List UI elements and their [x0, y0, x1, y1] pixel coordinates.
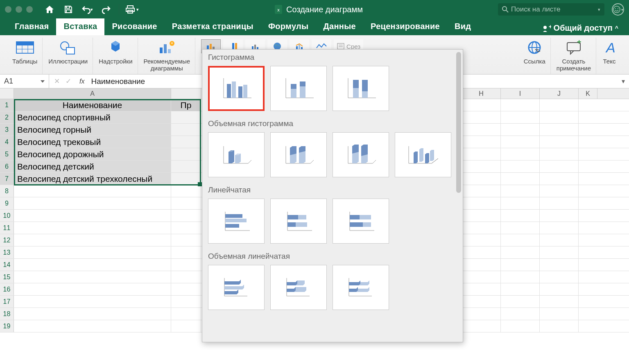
- cell[interactable]: [501, 197, 540, 209]
- cell[interactable]: [540, 185, 579, 197]
- close-window[interactable]: [5, 6, 11, 13]
- cell[interactable]: [579, 185, 597, 197]
- home-icon[interactable]: [42, 3, 57, 16]
- 100-stacked-column-chart[interactable]: [333, 66, 389, 111]
- tab-home[interactable]: Главная: [7, 18, 56, 35]
- cell[interactable]: [14, 246, 171, 258]
- cell[interactable]: [540, 234, 579, 246]
- name-box[interactable]: A1: [0, 75, 49, 88]
- cell[interactable]: [171, 185, 201, 197]
- cell[interactable]: [501, 320, 540, 332]
- user-menu[interactable]: ▾: [612, 3, 624, 16]
- cell[interactable]: [501, 308, 540, 320]
- cell[interactable]: [501, 185, 540, 197]
- tab-draw[interactable]: Рисование: [104, 18, 164, 35]
- cell[interactable]: [462, 320, 501, 332]
- cell[interactable]: Пр: [171, 99, 201, 111]
- cell[interactable]: [501, 173, 540, 185]
- cell[interactable]: [540, 111, 579, 123]
- col-header-h[interactable]: H: [462, 88, 501, 99]
- cell[interactable]: [462, 124, 501, 136]
- cell[interactable]: [171, 320, 201, 332]
- cell[interactable]: [171, 161, 201, 172]
- cell[interactable]: [501, 259, 540, 271]
- select-all-corner[interactable]: [0, 88, 14, 99]
- share-button[interactable]: + Общий доступ ^: [539, 21, 622, 35]
- row-header[interactable]: 9: [0, 197, 14, 209]
- cell[interactable]: [14, 296, 171, 307]
- cell[interactable]: [462, 148, 501, 160]
- cell[interactable]: [462, 283, 501, 295]
- cell[interactable]: [540, 308, 579, 320]
- row-header[interactable]: 1: [0, 99, 14, 111]
- ribbon-group-tables[interactable]: Таблицы: [7, 38, 43, 74]
- cell[interactable]: [579, 124, 597, 136]
- cell[interactable]: [501, 210, 540, 222]
- minimize-window[interactable]: [16, 6, 22, 13]
- cell[interactable]: [540, 197, 579, 209]
- stacked-column-chart[interactable]: [270, 66, 327, 111]
- clustered-column-chart[interactable]: [208, 66, 265, 111]
- cell[interactable]: [540, 161, 579, 172]
- tab-formulas[interactable]: Формулы: [261, 18, 316, 35]
- cell[interactable]: [171, 136, 201, 148]
- 3d-column-chart[interactable]: [395, 132, 451, 177]
- cell[interactable]: [579, 173, 597, 185]
- cell[interactable]: [579, 320, 597, 332]
- 3d-stacked-column-chart[interactable]: [270, 132, 327, 177]
- cell[interactable]: [462, 173, 501, 185]
- cell[interactable]: [462, 210, 501, 222]
- cell[interactable]: [14, 210, 171, 222]
- cell[interactable]: [501, 296, 540, 307]
- ribbon-group-comment[interactable]: + Создать примечание: [552, 38, 596, 74]
- ribbon-group-illustrations[interactable]: Иллюстрации: [43, 38, 93, 74]
- cell[interactable]: [579, 197, 597, 209]
- tab-insert[interactable]: Вставка: [56, 18, 104, 35]
- cell[interactable]: Велосипед спортивный: [14, 111, 171, 123]
- cell[interactable]: [579, 136, 597, 148]
- cell[interactable]: [462, 271, 501, 283]
- row-header[interactable]: 4: [0, 136, 14, 148]
- row-header[interactable]: 5: [0, 148, 14, 160]
- cell[interactable]: [14, 234, 171, 246]
- cell[interactable]: [171, 210, 201, 222]
- 3d-clustered-column-chart[interactable]: [208, 132, 265, 177]
- cell[interactable]: [540, 259, 579, 271]
- col-header-i[interactable]: I: [501, 88, 540, 99]
- cell[interactable]: [171, 173, 201, 185]
- cell[interactable]: [501, 222, 540, 234]
- cell[interactable]: [501, 246, 540, 258]
- row-header[interactable]: 12: [0, 234, 14, 246]
- 3d-100-stacked-bar-chart[interactable]: [333, 265, 389, 310]
- cell[interactable]: [171, 197, 201, 209]
- cell[interactable]: [579, 111, 597, 123]
- cell[interactable]: [171, 148, 201, 160]
- tab-view[interactable]: Вид: [447, 18, 478, 35]
- cell[interactable]: [462, 222, 501, 234]
- row-header[interactable]: 16: [0, 283, 14, 295]
- ribbon-group-addins[interactable]: Надстройки: [94, 38, 138, 74]
- cell[interactable]: [462, 246, 501, 258]
- cell[interactable]: [462, 185, 501, 197]
- cell[interactable]: Наименование: [14, 99, 171, 111]
- cell[interactable]: [579, 308, 597, 320]
- cell[interactable]: [501, 148, 540, 160]
- row-header[interactable]: 10: [0, 210, 14, 222]
- cell[interactable]: [462, 296, 501, 307]
- cell[interactable]: [579, 283, 597, 295]
- cell[interactable]: [540, 283, 579, 295]
- col-header-j[interactable]: J: [540, 88, 579, 99]
- tab-review[interactable]: Рецензирование: [363, 18, 447, 35]
- row-header[interactable]: 7: [0, 173, 14, 185]
- ribbon-group-text[interactable]: A Текс: [597, 38, 622, 74]
- row-header[interactable]: 13: [0, 246, 14, 258]
- cell[interactable]: [171, 246, 201, 258]
- cell[interactable]: [501, 234, 540, 246]
- cell[interactable]: [171, 111, 201, 123]
- cell[interactable]: [14, 320, 171, 332]
- cell[interactable]: [171, 271, 201, 283]
- cell[interactable]: [171, 259, 201, 271]
- col-header-a[interactable]: A: [14, 88, 171, 99]
- cell[interactable]: [462, 234, 501, 246]
- cell[interactable]: [14, 259, 171, 271]
